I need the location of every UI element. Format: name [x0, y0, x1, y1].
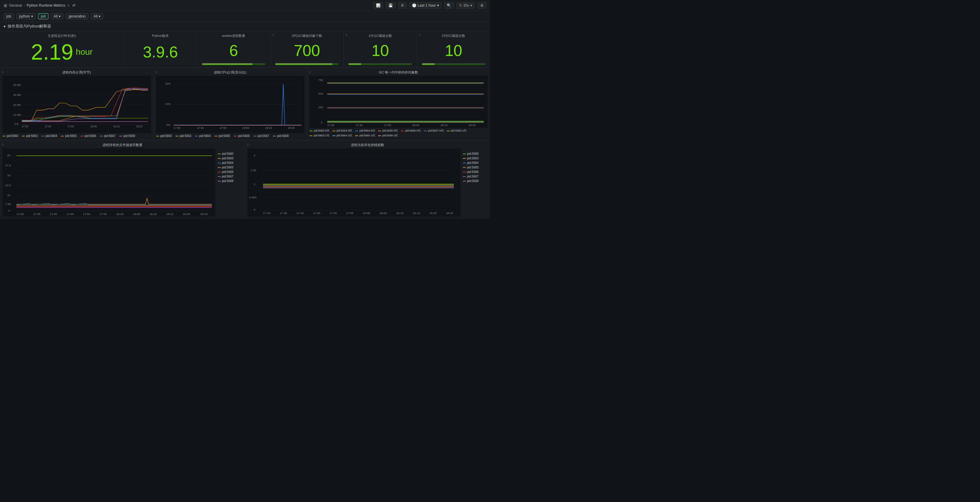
gc-legend-5665-0: pid:5665-0代	[378, 129, 398, 133]
info-icon-gc2: i	[420, 33, 420, 37]
filter-bar: job python ▾ pid All ▾ generation All ▾	[0, 11, 490, 22]
cpu-chart-legend: pid:5660 pid:5663 pid:5664 pid:5665 pid:…	[156, 134, 305, 138]
tv-mode-button[interactable]: 🖥	[477, 2, 486, 9]
gc-legend-5663-1: pid:5663-1代	[309, 133, 329, 138]
save-button[interactable]: 💾	[386, 2, 396, 9]
filter-job[interactable]: job	[4, 13, 14, 19]
fd-chart-content: 20 17.5 15 12.5 10 7.50 5 17:30	[2, 148, 243, 216]
add-panel-button[interactable]: 📊	[373, 2, 383, 9]
fd-legend-5664: pid:5664	[218, 161, 240, 165]
svg-text:17:30: 17:30	[263, 211, 270, 215]
share-icon[interactable]: ⇄	[72, 3, 76, 8]
svg-text:18:15: 18:15	[166, 212, 173, 216]
memory-chart-area: 40 MB 30 MB 20 MB 10 MB 0 B 17:30 17:40 …	[2, 76, 151, 133]
star-icon[interactable]: ☆	[67, 3, 70, 8]
cpu-legend-5668: pid:5668	[273, 134, 288, 138]
filter-python[interactable]: python ▾	[16, 13, 36, 19]
svg-text:17:35: 17:35	[33, 212, 41, 216]
svg-text:18:10: 18:10	[150, 212, 157, 216]
gc-chart-legend: pid:5660-0代 pid:5663-0代 pid:5664-0代 pid:…	[309, 129, 488, 138]
filter-all-1[interactable]: All ▾	[51, 13, 63, 19]
gc-legend-5667-0: pid:5667-0代	[424, 129, 444, 133]
info-icon-fd: i	[2, 143, 3, 146]
thread-legend-5666: pid:5666	[463, 170, 485, 173]
svg-text:18:25: 18:25	[200, 212, 208, 216]
svg-text:17:40: 17:40	[296, 211, 304, 215]
cpu-legend-5663: pid:5663	[175, 134, 191, 138]
fd-chart-panel: i 进程持有的文件描述符数量 20 17.5 15 12.5 10 7.50 5	[0, 140, 245, 219]
svg-text:17:40: 17:40	[197, 126, 204, 129]
svg-text:18:00: 18:00	[412, 123, 420, 127]
gc-legend-5660-0: pid:5660-0代	[309, 129, 329, 133]
stat-title-gc1: 1代GC阈值次数	[348, 33, 412, 38]
header-left: ⊞ General / Python Runtime Metrics ☆ ⇄	[4, 3, 76, 8]
thread-chart-area: 2 1.50 1 0.500 0 17:30 17:35 17:40 17:45…	[248, 148, 461, 216]
settings-button[interactable]: ⚙	[398, 2, 407, 9]
svg-text:1: 1	[253, 182, 255, 186]
svg-text:20: 20	[7, 154, 10, 157]
cpu-legend-5665: pid:5665	[215, 134, 230, 138]
thread-legend-5660: pid:5660	[463, 152, 485, 156]
svg-text:0: 0	[253, 208, 255, 211]
thread-chart-title: i 进程当前存在的线程数	[248, 143, 488, 147]
svg-text:20 MB: 20 MB	[13, 103, 21, 106]
svg-text:17:50: 17:50	[220, 126, 227, 129]
thread-legend-5664: pid:5664	[463, 161, 485, 165]
legend-5664: pid:5664	[41, 134, 57, 138]
filter-pid-label: pid	[41, 14, 46, 19]
thread-legend-5663: pid:5663	[463, 157, 485, 160]
stat-cards-row: 主进程运行时长(秒) 2.19 hour Python版本 3.9.6 work…	[0, 31, 490, 68]
stat-unit-runtime: hour	[76, 48, 92, 57]
svg-text:17:35: 17:35	[280, 211, 287, 215]
stat-card-workers: worker进程数量 6	[197, 31, 270, 67]
svg-text:17:30: 17:30	[173, 126, 181, 129]
svg-text:18:20: 18:20	[429, 211, 437, 215]
svg-text:18:10: 18:10	[113, 125, 120, 128]
worker-bar-fill	[202, 63, 253, 65]
cpu-chart-title: i 进程CPU占用(百分比)	[156, 70, 305, 75]
filter-python-label: python	[19, 14, 30, 19]
stat-card-runtime: 主进程运行时长(秒) 2.19 hour	[0, 31, 124, 67]
breadcrumb-general[interactable]: General	[9, 3, 22, 8]
stat-title-python: Python版本	[129, 33, 192, 38]
stat-title-gc2: 2代GC阈值次数	[422, 33, 485, 38]
refresh-interval: 30s	[463, 3, 469, 8]
zoom-out-icon: 🔍	[447, 3, 451, 8]
svg-text:17:40: 17:40	[356, 123, 363, 127]
collapse-icon[interactable]: ▾	[4, 24, 6, 29]
filter-pid[interactable]: pid	[38, 13, 48, 19]
gc-legend-5664-1: pid:5664-1代	[332, 133, 352, 138]
svg-text:20%: 20%	[165, 82, 170, 85]
svg-text:18:20: 18:20	[288, 126, 294, 129]
refresh-button[interactable]: ↻ 30s ▾	[457, 2, 475, 9]
svg-text:750: 750	[318, 78, 323, 82]
filter-all-2[interactable]: All ▾	[91, 13, 103, 19]
info-icon-cpu: i	[156, 70, 157, 74]
cpu-legend-5664: pid:5664	[195, 134, 210, 138]
svg-text:18:10: 18:10	[396, 211, 404, 215]
charts-row-2: i 进程持有的文件描述符数量 20 17.5 15 12.5 10 7.50 5	[0, 140, 490, 219]
fd-legend-5668: pid:5668	[218, 180, 240, 183]
section-title: 操作系统与Python解释器	[8, 24, 51, 29]
svg-text:40 MB: 40 MB	[13, 83, 21, 86]
filter-all-2-chevron: ▾	[99, 14, 100, 19]
zoom-out-button[interactable]: 🔍	[444, 2, 454, 9]
stat-value-gc2: 10	[422, 39, 485, 62]
svg-text:12.5: 12.5	[5, 184, 11, 187]
svg-text:18:20: 18:20	[469, 123, 476, 127]
fd-chart-area: 20 17.5 15 12.5 10 7.50 5 17:30	[2, 148, 215, 216]
time-range-picker[interactable]: 🕐 Last 1 hour ▾	[409, 2, 442, 9]
svg-text:18:20: 18:20	[183, 212, 190, 216]
svg-text:0%: 0%	[166, 123, 170, 126]
filter-generation-label: generation	[68, 14, 86, 19]
legend-5660: pid:5660	[2, 134, 18, 138]
stat-number-runtime: 2.19	[31, 40, 73, 64]
cpu-chart-svg: 20% 10% 0% 17:30 17:40 17:50 18:00 18:10…	[156, 76, 305, 133]
filter-generation[interactable]: generation	[66, 13, 88, 19]
svg-text:17:45: 17:45	[313, 211, 320, 215]
legend-5665: pid:5665	[61, 134, 76, 138]
fd-legend-5665: pid:5665	[218, 166, 240, 169]
thread-chart-svg: 2 1.50 1 0.500 0 17:30 17:35 17:40 17:45…	[248, 148, 461, 216]
svg-text:1.50: 1.50	[250, 168, 256, 172]
gc2-bar-fill	[422, 63, 435, 65]
